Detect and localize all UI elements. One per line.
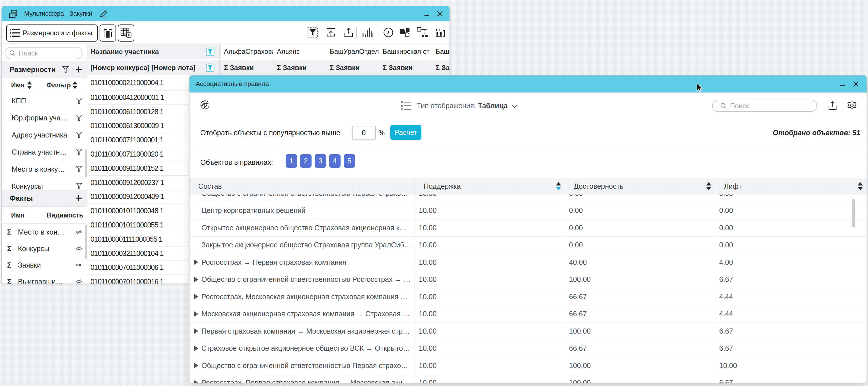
column-header-lift[interactable]: Лифт: [715, 178, 867, 194]
dimensions-facts-button[interactable]: Размерности и факты: [6, 25, 98, 41]
fact-row[interactable]: Σ Выигравши…: [2, 273, 87, 284]
filter-icon[interactable]: [76, 183, 82, 189]
column-name-label[interactable]: Имя: [11, 211, 25, 219]
expand-icon[interactable]: [194, 363, 198, 368]
popularity-input[interactable]: 0: [352, 126, 375, 140]
rule-size-chip[interactable]: 5: [344, 154, 355, 168]
dimension-row[interactable]: Место в конку…: [2, 160, 87, 178]
sidebar-search-input[interactable]: Поиск: [5, 47, 83, 59]
dimension-row[interactable]: Юр.форма уча…: [2, 109, 87, 126]
rule-row[interactable]: Первая страховая компания → Московская а…: [189, 323, 867, 340]
dimension-row[interactable]: Адрес участника: [2, 126, 87, 144]
dimension-row[interactable]: КПП: [2, 92, 87, 109]
expand-icon[interactable]: [194, 346, 198, 351]
column-name-label[interactable]: Имя: [11, 81, 25, 89]
rule-row[interactable]: Центр корпоративных решений 10.00 0.00 0…: [189, 202, 867, 219]
participant-column-header[interactable]: Название участника: [87, 44, 220, 59]
dialog-minimize-button[interactable]: [840, 85, 845, 86]
expand-icon[interactable]: [194, 380, 198, 383]
filter-icon[interactable]: [76, 115, 82, 121]
filter-icon[interactable]: [76, 149, 82, 155]
column-filter-button[interactable]: [206, 63, 214, 72]
measure-header[interactable]: Σ Заявки: [379, 60, 432, 75]
dimension-row[interactable]: Страна участн…: [2, 144, 87, 160]
rule-row[interactable]: Росгосстрах, Первая страховая компания →…: [189, 374, 867, 383]
column-filter-label[interactable]: Фильтр: [46, 81, 71, 89]
filter-icon[interactable]: [76, 166, 82, 173]
fact-row[interactable]: Σ Конкурсы: [2, 240, 87, 257]
rule-row[interactable]: Общество с ограниченной ответственностью…: [189, 271, 867, 288]
expand-icon[interactable]: [194, 328, 198, 334]
calculate-button[interactable]: Расчет: [390, 125, 421, 140]
sort-icon-asc[interactable]: [556, 182, 561, 190]
participant-header[interactable]: АльфаСтрахова: [220, 44, 273, 59]
gear-icon[interactable]: [847, 100, 857, 111]
sort-icon[interactable]: [72, 81, 78, 89]
add-dimension-button[interactable]: [75, 66, 82, 73]
participant-header[interactable]: Башкирская ст: [379, 44, 432, 59]
structure-icon[interactable]: [417, 27, 428, 38]
row-dimension-header[interactable]: [Номер конкурса] [Номер лота]: [87, 60, 220, 75]
rule-row[interactable]: Открытое акционерное общество Страховая …: [189, 219, 867, 237]
eye-off-icon[interactable]: [76, 279, 82, 284]
sort-icon[interactable]: [858, 182, 863, 190]
measure-header[interactable]: Σ Заявки: [432, 60, 450, 75]
column-filter-button[interactable]: [206, 48, 214, 56]
filter-selection-icon[interactable]: [308, 27, 318, 37]
rule-size-chip[interactable]: 4: [329, 154, 341, 168]
fit-columns-button[interactable]: [100, 25, 116, 41]
sort-icon[interactable]: [27, 81, 32, 89]
facts-scrollbar[interactable]: [85, 225, 87, 259]
column-visibility-label[interactable]: Видимость: [46, 211, 83, 219]
wireframe-sphere-icon[interactable]: [200, 100, 210, 110]
rule-size-chip[interactable]: 1: [286, 154, 297, 168]
minimize-button[interactable]: [425, 15, 429, 16]
expand-icon[interactable]: [194, 260, 198, 265]
export-icon[interactable]: [344, 27, 353, 37]
close-button[interactable]: [437, 11, 443, 17]
rule-size-chip[interactable]: 2: [300, 154, 312, 168]
expand-icon[interactable]: [194, 277, 198, 282]
participant-header[interactable]: Альянс: [273, 44, 326, 59]
compass-icon[interactable]: [383, 27, 394, 37]
dimensions-scrollbar[interactable]: [85, 149, 87, 177]
main-titlebar[interactable]: Мультисфера - Закупки: [2, 6, 450, 21]
fact-row[interactable]: Σ Место в кон…: [2, 224, 87, 240]
column-header-composition[interactable]: Состав: [189, 178, 415, 194]
pencil-icon[interactable]: [99, 10, 108, 18]
expand-icon[interactable]: [194, 294, 198, 299]
rule-row[interactable]: Общество с ограниченной ответственностью…: [189, 357, 867, 375]
add-fact-button[interactable]: [75, 195, 82, 202]
dimension-row[interactable]: Конкурсы: [2, 178, 87, 189]
table-expand-button[interactable]: [118, 25, 134, 41]
hide-trash-icon[interactable]: [434, 27, 446, 38]
copy-documents-icon[interactable]: [399, 27, 411, 38]
rule-row[interactable]: Росгосстрах, Московская акционерная стра…: [189, 288, 867, 306]
rule-row[interactable]: Общество с ограниченной ответственностью…: [189, 195, 867, 202]
bar-chart-icon[interactable]: [363, 27, 373, 38]
filter-icon[interactable]: [76, 98, 82, 104]
eye-off-icon[interactable]: [76, 229, 82, 235]
sort-icon[interactable]: [706, 182, 711, 190]
rule-row[interactable]: Московская акционерная страховая компани…: [189, 305, 867, 323]
rule-row[interactable]: Страховое открытое акционерное общество …: [189, 340, 867, 357]
dialog-titlebar[interactable]: Ассоциативные правила: [189, 76, 867, 92]
fact-row[interactable]: Σ Заявки: [2, 257, 87, 273]
participant-header[interactable]: Баш: [432, 44, 450, 59]
dialog-close-button[interactable]: [853, 81, 859, 87]
column-header-support[interactable]: Поддержка: [415, 178, 565, 194]
measure-header[interactable]: Σ Заявки: [326, 60, 379, 75]
upload-icon[interactable]: [828, 101, 837, 111]
expand-icon[interactable]: [194, 311, 198, 317]
rule-row[interactable]: Закрытое акционерное общество Страховая …: [189, 237, 867, 254]
eye-off-icon[interactable]: [76, 246, 82, 251]
column-header-confidence[interactable]: Достоверность: [565, 178, 715, 194]
measure-header[interactable]: Σ Заявки: [220, 60, 273, 75]
eye-icon[interactable]: [76, 263, 82, 267]
rules-table-scrollbar[interactable]: [852, 199, 855, 228]
dialog-search-input[interactable]: Поиск: [712, 100, 817, 112]
measure-header[interactable]: Σ Заявки: [273, 60, 326, 75]
participant-header[interactable]: БашУралОтдел: [326, 44, 379, 59]
filter-icon[interactable]: [76, 132, 82, 138]
rule-size-chip[interactable]: 3: [315, 154, 326, 168]
